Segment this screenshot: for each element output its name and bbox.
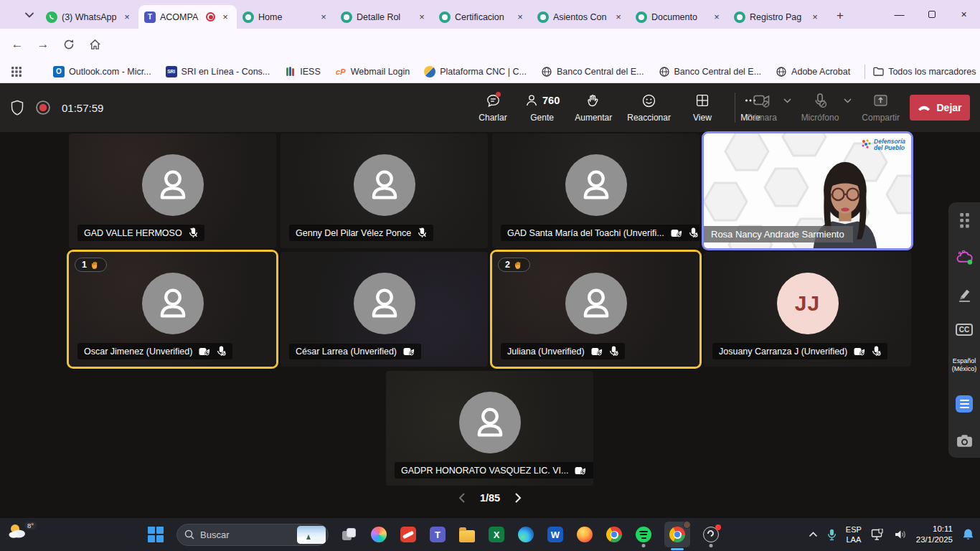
home-icon[interactable] — [85, 34, 105, 55]
tab-close-icon[interactable]: × — [613, 11, 624, 23]
word-button[interactable]: W — [547, 526, 564, 543]
tab-close-icon[interactable]: × — [514, 11, 526, 23]
teams-app-button[interactable]: T — [429, 526, 446, 543]
notification-bell-icon[interactable] — [962, 528, 974, 541]
captions-icon[interactable]: CC — [956, 324, 973, 336]
microphone-button[interactable]: Micrófono — [801, 93, 839, 123]
leave-button[interactable]: Dejar — [910, 95, 970, 121]
reload-icon[interactable] — [59, 34, 79, 55]
spotify-button[interactable] — [635, 526, 652, 543]
windows-taskbar: 8° Buscar T X W — [0, 518, 980, 551]
mic-muted-icon — [418, 227, 427, 238]
chat-button[interactable]: Charlar — [476, 93, 509, 123]
tab-whatsapp[interactable]: (3) WhatsApp × — [40, 5, 138, 29]
raised-hand-badge: 2 — [498, 258, 530, 272]
participant-tile[interactable]: 2 Juliana (Unverified) — [492, 252, 699, 367]
tab-home[interactable]: Home × — [237, 5, 335, 29]
tab-close-icon[interactable]: × — [318, 11, 329, 23]
tab-detalle-rol[interactable]: Detalle Rol × — [335, 5, 433, 29]
participant-tile[interactable]: César Larrea (Unverified) — [281, 252, 488, 367]
tab-close-icon[interactable]: × — [711, 11, 722, 23]
react-button[interactable]: View Reaccionar — [627, 93, 671, 123]
screenshot-camera-icon[interactable] — [956, 434, 973, 448]
back-icon[interactable]: ← — [7, 34, 27, 55]
tab-close-icon[interactable]: × — [220, 11, 231, 23]
apps-grid-icon[interactable] — [9, 64, 24, 80]
participant-tile-video[interactable]: Defensoríadel Pueblo Rosa Nancy Andrade … — [704, 133, 911, 248]
bookmark-iess[interactable]: IESS — [284, 66, 321, 77]
clock[interactable]: 10:1123/1/2025 — [916, 524, 953, 545]
volume-icon[interactable] — [894, 529, 907, 540]
webapp-icon — [242, 11, 254, 23]
taskbar-weather-widget[interactable]: 8° — [7, 522, 37, 540]
obs-button[interactable] — [702, 526, 720, 543]
people-icon — [524, 93, 539, 108]
people-button[interactable]: 760 Gente — [524, 93, 560, 123]
obs-icon — [703, 527, 719, 542]
share-button[interactable]: Compartir — [862, 93, 900, 123]
extension-side-panel: CC Español(México) — [948, 202, 980, 458]
keyboard-layout[interactable]: ESPLAA — [846, 524, 862, 545]
window-close-button[interactable]: × — [948, 0, 980, 29]
participant-tile[interactable]: GADPR HONORATO VASQUEZ LIC. VI... — [386, 371, 593, 486]
tab-close-icon[interactable]: × — [809, 11, 821, 23]
camera-button[interactable]: Cámara — [745, 93, 778, 123]
tray-expand-chevron-icon[interactable] — [809, 532, 818, 537]
camera-options-chevron-icon[interactable] — [783, 98, 791, 103]
bookmark-cnc[interactable]: Plataforma CNC | C... — [424, 66, 527, 77]
camera-off-icon — [854, 347, 865, 356]
search-highlight-image[interactable] — [297, 526, 326, 544]
window-maximize-button[interactable] — [915, 0, 948, 29]
edge-button[interactable] — [517, 526, 534, 543]
bookmark-outlook[interactable]: O Outlook.com - Micr... — [53, 66, 151, 77]
network-icon[interactable] — [871, 529, 885, 541]
smiley-icon — [641, 93, 656, 108]
grid-menu-icon[interactable] — [959, 212, 970, 229]
firefox-button[interactable] — [576, 526, 593, 543]
mic-options-chevron-icon[interactable] — [844, 98, 852, 103]
participant-tile[interactable]: GAD VALLE HERMOSO — [69, 133, 276, 248]
file-explorer-button[interactable] — [458, 526, 476, 543]
transcript-doc-icon[interactable] — [956, 395, 973, 413]
all-bookmarks-button[interactable]: Todos los marcadores — [872, 66, 976, 77]
bookmark-bce-1[interactable]: Banco Central del E... — [541, 66, 644, 77]
tab-close-icon[interactable]: × — [416, 11, 428, 23]
start-button[interactable] — [147, 526, 164, 543]
raised-hand-badge: 1 — [75, 258, 107, 272]
bookmark-adobe[interactable]: Adobe Acrobat — [776, 66, 850, 77]
chrome-active-button[interactable] — [664, 522, 690, 547]
recording-dot — [715, 524, 721, 530]
highlighter-icon[interactable] — [957, 287, 972, 302]
pdf-app-button[interactable] — [400, 526, 417, 543]
tab-teams-active[interactable]: T ACOMPA × — [138, 5, 237, 29]
task-view-button[interactable] — [341, 526, 358, 543]
raise-hand-button[interactable]: Aumentar — [575, 93, 612, 123]
tab-documento[interactable]: Documento × — [630, 5, 728, 29]
taskbar-search[interactable]: Buscar — [176, 524, 329, 546]
tab-registro[interactable]: Registro Pag × — [728, 5, 826, 29]
bookmark-webmail[interactable]: cP Webmail Login — [335, 66, 410, 77]
bookmark-sri[interactable]: SRI SRI en Línea - Cons... — [166, 66, 270, 77]
participant-tile[interactable]: Genny Del Pilar Vélez Ponce — [281, 133, 488, 248]
tab-search-chevron-icon[interactable] — [22, 7, 37, 23]
next-page-icon[interactable] — [514, 492, 522, 504]
copilot-button[interactable] — [370, 526, 387, 543]
participant-tile[interactable]: GAD Santa María del Toachi (Unverifi... — [492, 133, 699, 248]
tab-asientos[interactable]: Asientos Con × — [532, 5, 630, 29]
excel-button[interactable]: X — [488, 526, 505, 543]
weather-cloud-icon[interactable] — [956, 250, 973, 265]
window-minimize-button[interactable]: — — [883, 0, 915, 29]
previous-page-icon[interactable] — [458, 492, 466, 504]
bookmark-bce-2[interactable]: Banco Central del E... — [659, 66, 762, 77]
edge-icon — [518, 527, 534, 542]
tab-close-icon[interactable]: × — [121, 11, 133, 23]
chrome-button[interactable] — [606, 526, 623, 543]
copilot-icon — [371, 527, 387, 542]
mic-in-use-icon[interactable] — [827, 529, 837, 541]
forward-icon[interactable]: → — [33, 34, 53, 55]
participant-tile[interactable]: JJ Josuany Carranza J (Unverified) — [704, 252, 911, 367]
participant-tile[interactable]: 1 Oscar Jimenez (Unverified) — [69, 252, 276, 367]
tab-certificacion[interactable]: Certificacion × — [433, 5, 532, 29]
view-button[interactable]: View — [686, 93, 719, 123]
new-tab-button[interactable]: + — [831, 6, 849, 25]
